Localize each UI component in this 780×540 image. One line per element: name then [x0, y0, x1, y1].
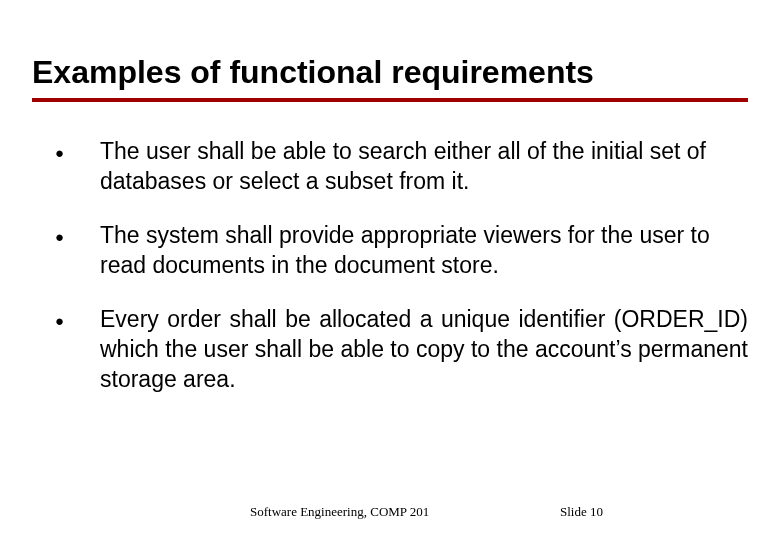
list-item-text: The system shall provide appropriate vie… [100, 220, 748, 280]
bullet-icon: ● [55, 136, 100, 168]
list-item: ● The user shall be able to search eithe… [55, 136, 748, 196]
list-item-text: The user shall be able to search either … [100, 136, 748, 196]
footer-slide-number: Slide 10 [560, 504, 603, 520]
list-item: ● The system shall provide appropriate v… [55, 220, 748, 280]
list-item-text: Every order shall be allocated a unique … [100, 304, 748, 394]
list-item: ● Every order shall be allocated a uniqu… [55, 304, 748, 394]
title-underline [32, 98, 748, 102]
bullet-icon: ● [55, 304, 100, 336]
footer-course: Software Engineering, COMP 201 [250, 504, 429, 520]
slide: Examples of functional requirements ● Th… [0, 0, 780, 540]
slide-title: Examples of functional requirements [32, 54, 594, 91]
slide-body: ● The user shall be able to search eithe… [55, 136, 748, 418]
bullet-icon: ● [55, 220, 100, 252]
